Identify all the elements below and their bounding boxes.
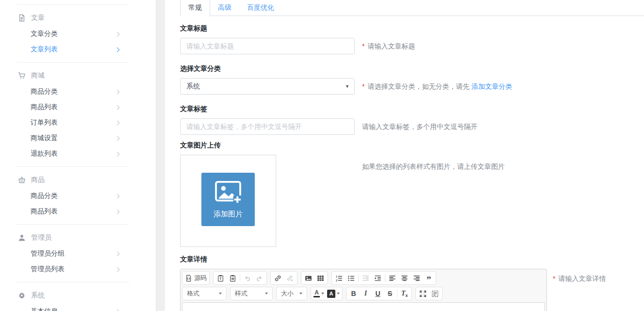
bold-icon: B — [351, 290, 356, 297]
paste-from-word-button[interactable]: W — [227, 272, 239, 284]
article-image-upload-box[interactable]: 添加图片 — [180, 155, 276, 247]
sidebar-section-header[interactable]: 商城 — [0, 70, 156, 81]
svg-text:2: 2 — [336, 278, 337, 281]
required-asterisk: * — [362, 82, 364, 91]
blockquote-button[interactable]: ” — [423, 272, 435, 284]
align-left-button[interactable] — [386, 272, 398, 284]
indent-button[interactable] — [372, 272, 384, 284]
editor-toolbar-group: BIUSTx — [346, 287, 412, 300]
sidebar-divider — [17, 62, 129, 63]
underline-button[interactable]: U — [372, 288, 384, 299]
article-category-select[interactable]: 系统 ▼ — [180, 78, 355, 95]
article-title-input[interactable] — [180, 38, 355, 54]
field-note-title: * 请输入文章标题 — [362, 41, 415, 54]
size-select[interactable]: 大小 — [278, 288, 306, 299]
sidebar-item[interactable]: 商品分类 — [0, 84, 156, 99]
article-tags-input[interactable] — [180, 118, 355, 135]
add-image-button[interactable]: 添加图片 — [201, 173, 255, 226]
insert-table-icon — [317, 275, 324, 282]
sidebar-section-header[interactable]: 文章 — [0, 13, 156, 23]
form-row-category: 选择文章分类 系统 ▼ * 请选择文章分类，如无分类，请先 添加文章分类 — [180, 65, 644, 95]
italic-button[interactable]: I — [360, 288, 372, 299]
underline-icon: U — [375, 290, 380, 297]
paste-as-text-icon: T — [217, 275, 224, 282]
field-label-article-detail: 文章详情 — [180, 256, 547, 263]
source-button[interactable]: 源码 — [183, 272, 208, 284]
sidebar-item[interactable]: 管理员分组 — [0, 246, 156, 262]
sidebar-item[interactable]: 文章列表 — [0, 42, 156, 57]
editor-toolbar-group: 格式 — [182, 287, 227, 300]
sidebar-item[interactable]: 订单列表 — [0, 115, 156, 131]
text-color-button[interactable]: A — [312, 288, 326, 299]
editor-toolbar-group — [415, 287, 443, 300]
caret-down-icon — [265, 293, 268, 295]
tab-general[interactable]: 常规 — [180, 0, 210, 16]
caret-down-icon — [299, 293, 302, 295]
sidebar-divider — [17, 282, 129, 282]
ordered-list-icon: 12 — [335, 275, 343, 282]
sidebar-item[interactable]: 文章分类 — [0, 26, 156, 42]
sidebar-section-header[interactable]: 商品 — [0, 175, 156, 185]
chevron-right-icon — [115, 267, 120, 272]
sidebar-item[interactable]: 商品列表 — [0, 99, 156, 115]
bold-button[interactable]: B — [347, 288, 360, 299]
align-right-button[interactable] — [411, 272, 423, 284]
undo-button — [241, 272, 253, 284]
remove-format-button[interactable]: Tx — [398, 288, 411, 299]
basket-icon — [18, 176, 26, 184]
caret-down-icon — [219, 293, 222, 295]
sidebar-item[interactable]: 商城设置 — [0, 131, 156, 146]
style-select[interactable]: 样式 — [231, 288, 271, 299]
sidebar-section: 文章文章分类文章列表 — [0, 13, 156, 62]
editor-toolbar-group: TW — [213, 271, 267, 285]
cart-icon — [18, 72, 26, 80]
show-blocks-button[interactable] — [429, 288, 441, 299]
insert-table-button[interactable] — [314, 272, 327, 284]
sidebar-item[interactable]: 退款列表 — [0, 146, 156, 162]
tab-advanced[interactable]: 高级 — [210, 0, 239, 16]
field-note-image: 如果您选择的列表样式有图片，请上传文章图片 — [362, 162, 505, 247]
redo-button — [253, 272, 265, 284]
chevron-right-icon — [115, 194, 120, 198]
sidebar-section-header[interactable]: 管理员 — [0, 232, 156, 243]
field-label-article-image: 文章图片上传 — [180, 142, 355, 149]
align-center-button[interactable] — [398, 272, 411, 284]
editor-toolbar-group: 12” — [331, 271, 436, 285]
sidebar-item[interactable]: 管理员列表 — [0, 262, 156, 277]
show-blocks-icon — [431, 290, 439, 297]
editor-toolbar: 源码TW12”格式样式大小AABIUSTx — [182, 271, 545, 300]
sidebar-item[interactable]: 基本信息 — [0, 304, 156, 311]
sidebar-section-header[interactable]: 系统 — [0, 290, 156, 301]
editor-toolbar-group: 样式 — [230, 287, 273, 300]
caret-down-icon — [321, 293, 324, 295]
sidebar-item[interactable]: 商品列表 — [0, 204, 156, 219]
editor-toolbar-group: AA — [311, 287, 343, 300]
chevron-right-icon — [115, 151, 120, 156]
ordered-list-button[interactable]: 12 — [333, 272, 345, 284]
background-color-icon: A — [327, 290, 335, 298]
unordered-list-button[interactable] — [345, 272, 357, 284]
editor-toolbar-group — [270, 271, 297, 285]
paste-as-text-button[interactable]: T — [215, 272, 227, 284]
insert-image-button[interactable] — [302, 272, 314, 284]
editor-content-area[interactable] — [182, 302, 545, 311]
strikethrough-button[interactable]: S — [384, 288, 396, 299]
sidebar-section: 商品商品分类商品列表 — [0, 175, 156, 224]
add-category-link[interactable]: 添加文章分类 — [471, 82, 512, 91]
tab-bar: 常规高级百度优化 — [180, 0, 644, 16]
field-label-article-category: 选择文章分类 — [180, 65, 355, 72]
gear-icon — [18, 292, 26, 299]
sidebar-item[interactable]: 商品分类 — [0, 188, 156, 204]
maximize-icon — [419, 290, 427, 297]
unordered-list-icon — [347, 275, 355, 282]
chevron-right-icon — [115, 120, 120, 125]
maximize-button[interactable] — [417, 288, 429, 299]
tab-baidu-seo[interactable]: 百度优化 — [239, 0, 282, 16]
chevron-right-icon — [115, 209, 120, 214]
svg-text:1: 1 — [336, 275, 337, 278]
background-color-button[interactable]: A — [326, 288, 341, 299]
link-button[interactable] — [272, 272, 284, 284]
unlink-icon — [286, 275, 294, 282]
text-color-icon: A — [314, 290, 320, 297]
format-select[interactable]: 格式 — [183, 288, 225, 299]
